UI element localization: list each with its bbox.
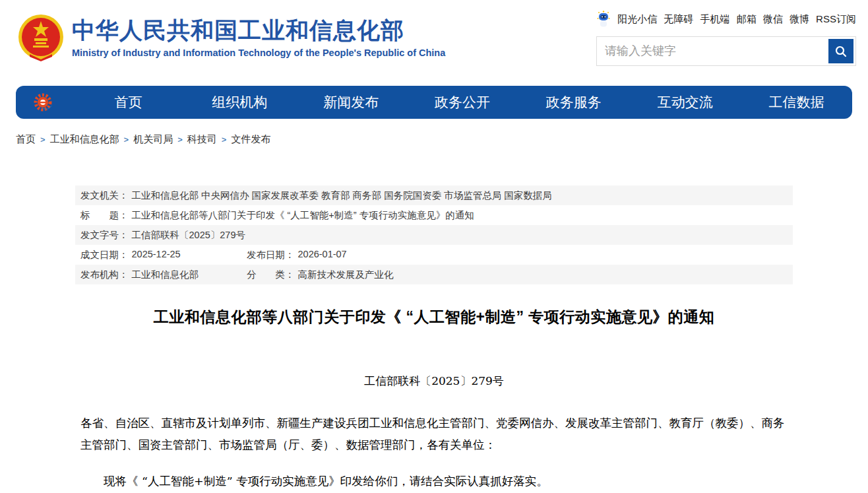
sunshine-xiaoxin-mascot-icon: [596, 11, 611, 28]
meta-value: 2026-01-07: [298, 249, 347, 261]
breadcrumb-item-miit[interactable]: 工业和信息化部: [50, 133, 119, 146]
link-sunshine-xiaoxin[interactable]: 阳光小信: [617, 13, 657, 26]
site-title: 中华人民共和国工业和信息化部: [72, 17, 445, 44]
header-right: 阳光小信 无障碍 手机端 邮箱 微信 微博 RSS订阅: [596, 11, 856, 66]
breadcrumb-item-home[interactable]: 首页: [16, 133, 36, 146]
miit-logo-icon: [16, 90, 73, 114]
breadcrumb-separator: >: [222, 135, 227, 145]
meta-row-publisher-category: 发布机构： 工业和信息化部 分 类： 高新技术发展及产业化: [75, 265, 793, 284]
search-box: [596, 36, 856, 66]
brand-text: 中华人民共和国工业和信息化部 Ministry of Industry and …: [72, 17, 445, 58]
nav-item-miit-data[interactable]: 工信数据: [741, 93, 852, 112]
meta-label: 成文日期：: [80, 249, 129, 261]
meta-value: 工业和信息化部: [132, 269, 199, 281]
main-nav: 首页 组织机构 新闻发布 政务公开 政务服务 互动交流 工信数据: [16, 86, 852, 119]
nav-item-interaction[interactable]: 互动交流: [629, 93, 741, 112]
search-button[interactable]: [828, 39, 853, 63]
meta-label: 标 题：: [80, 209, 129, 222]
meta-label: 发文字号：: [80, 229, 129, 242]
meta-value: 2025-12-25: [132, 249, 181, 261]
meta-row-issuing-agencies: 发文机关： 工业和信息化部 中央网信办 国家发展改革委 教育部 商务部 国务院国…: [75, 185, 793, 205]
meta-label: 发布日期：: [247, 249, 295, 261]
document-meta-table: 发文机关： 工业和信息化部 中央网信办 国家发展改革委 教育部 商务部 国务院国…: [75, 185, 793, 284]
meta-label: 分 类：: [247, 269, 295, 281]
search-icon: [834, 45, 848, 58]
nav-items: 首页 组织机构 新闻发布 政务公开 政务服务 互动交流 工信数据: [73, 93, 852, 112]
link-mail[interactable]: 邮箱: [737, 13, 757, 26]
breadcrumb: 首页 > 工业和信息化部 > 机关司局 > 科技司 > 文件发布: [16, 133, 868, 146]
document-body: 各省、自治区、直辖市及计划单列市、新疆生产建设兵团工业和信息化主管部门、党委网信…: [75, 412, 793, 492]
link-mobile[interactable]: 手机端: [700, 13, 729, 26]
meta-value: 工业和信息化部 中央网信办 国家发展改革委 教育部 商务部 国务院国资委 市场监…: [132, 189, 552, 202]
nav-item-gov-disclosure[interactable]: 政务公开: [407, 93, 518, 112]
meta-value: 高新技术发展及产业化: [298, 269, 394, 281]
meta-row-doc-number: 发文字号： 工信部联科〔2025〕279号: [75, 225, 793, 245]
breadcrumb-separator: >: [124, 135, 129, 145]
meta-row-title: 标 题： 工业和信息化部等八部门关于印发《 “人工智能+制造” 专项行动实施意见…: [75, 205, 793, 225]
site-subtitle: Ministry of Industry and Information Tec…: [72, 48, 445, 58]
breadcrumb-item-document-release[interactable]: 文件发布: [231, 133, 270, 146]
link-weibo[interactable]: 微博: [790, 13, 809, 26]
meta-row-dates: 成文日期： 2025-12-25 发布日期： 2026-01-07: [75, 245, 793, 265]
document-content: 发文机关： 工业和信息化部 中央网信办 国家发展改革委 教育部 商务部 国务院国…: [75, 185, 793, 492]
breadcrumb-separator: >: [177, 135, 183, 145]
link-rss[interactable]: RSS订阅: [816, 13, 856, 26]
quick-links: 阳光小信 无障碍 手机端 邮箱 微信 微博 RSS订阅: [596, 11, 856, 28]
search-input[interactable]: [597, 37, 828, 65]
document-paragraph-body: 现将《 “人工智能+制造” 专项行动实施意见》印发给你们，请结合实际认真抓好落实…: [80, 471, 789, 492]
site-brand[interactable]: 中华人民共和国工业和信息化部 Ministry of Industry and …: [16, 13, 445, 62]
document-number: 工信部联科〔2025〕279号: [75, 374, 793, 389]
breadcrumb-item-departments[interactable]: 机关司局: [133, 133, 173, 146]
nav-item-news[interactable]: 新闻发布: [295, 93, 407, 112]
site-header: 中华人民共和国工业和信息化部 Ministry of Industry and …: [0, 0, 868, 77]
document-title: 工业和信息化部等八部门关于印发《 “人工智能+制造” 专项行动实施意见》的通知: [75, 307, 793, 327]
breadcrumb-separator: >: [40, 135, 46, 145]
meta-value: 工信部联科〔2025〕279号: [132, 229, 245, 242]
nav-item-home[interactable]: 首页: [73, 93, 184, 112]
meta-label: 发布机构：: [80, 269, 129, 281]
meta-value: 工业和信息化部等八部门关于印发《 “人工智能+制造” 专项行动实施意见》的通知: [132, 209, 474, 222]
nav-item-gov-services[interactable]: 政务服务: [518, 93, 629, 112]
meta-label: 发文机关：: [80, 189, 129, 202]
national-emblem-icon: [16, 13, 65, 62]
breadcrumb-item-science-tech-dept[interactable]: 科技司: [187, 133, 217, 146]
link-wechat[interactable]: 微信: [763, 13, 783, 26]
link-accessibility[interactable]: 无障碍: [664, 13, 693, 26]
nav-item-organization[interactable]: 组织机构: [184, 93, 295, 112]
document-paragraph-salutation: 各省、自治区、直辖市及计划单列市、新疆生产建设兵团工业和信息化主管部门、党委网信…: [80, 412, 789, 456]
